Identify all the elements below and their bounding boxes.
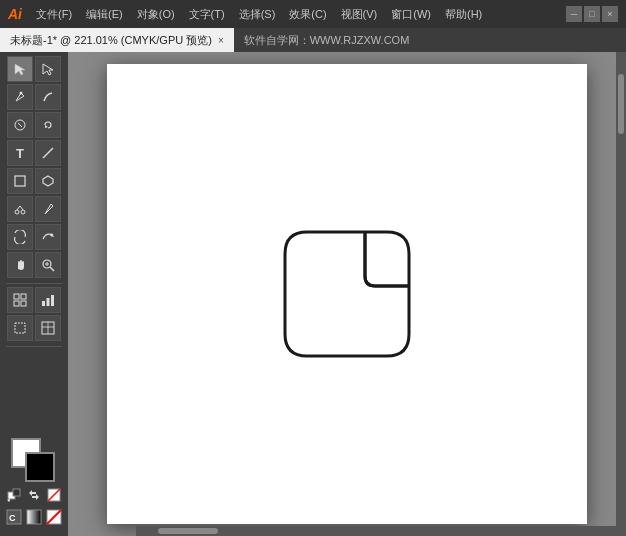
- symbol-tool[interactable]: [7, 287, 33, 313]
- close-button[interactable]: ×: [602, 6, 618, 22]
- svg-rect-25: [15, 323, 25, 333]
- line-tool[interactable]: [35, 140, 61, 166]
- stroke-swatch[interactable]: [25, 452, 55, 482]
- svg-marker-0: [15, 64, 25, 75]
- freeform-pen-tool[interactable]: [35, 84, 61, 110]
- tool-row-3: [7, 112, 61, 138]
- svg-line-11: [17, 206, 20, 210]
- tool-row-8: [7, 252, 61, 278]
- menu-text[interactable]: 文字(T): [183, 5, 231, 24]
- toolbar-separator-1: [6, 283, 62, 284]
- svg-line-6: [43, 148, 53, 158]
- active-tab-label: 未标题-1* @ 221.01% (CMYK/GPU 预览): [10, 33, 212, 48]
- swap-colors-button[interactable]: [25, 486, 43, 504]
- tool-row-6: [7, 196, 61, 222]
- zoom-tool[interactable]: [35, 252, 61, 278]
- svg-marker-8: [43, 176, 53, 186]
- horizontal-scrollbar[interactable]: [136, 526, 626, 536]
- type-tool[interactable]: T: [7, 140, 33, 166]
- rotate-tool[interactable]: [35, 112, 61, 138]
- color-swatches[interactable]: [11, 438, 57, 484]
- menu-effect[interactable]: 效果(C): [283, 5, 332, 24]
- menu-file[interactable]: 文件(F): [30, 5, 78, 24]
- none-button[interactable]: [45, 508, 63, 526]
- inactive-tab-label: 软件自学网：WWW.RJZXW.COM: [244, 33, 410, 48]
- svg-text:●: ●: [7, 497, 11, 502]
- tool-row-1: [7, 56, 61, 82]
- rectangle-tool[interactable]: [7, 168, 33, 194]
- svg-marker-13: [50, 233, 54, 237]
- svg-rect-30: [13, 489, 20, 496]
- app-logo: Ai: [8, 6, 22, 22]
- tool-row-9: [7, 287, 61, 313]
- svg-rect-18: [14, 294, 19, 299]
- hand-tool[interactable]: [7, 252, 33, 278]
- svg-line-12: [20, 206, 23, 210]
- svg-text:C: C: [9, 513, 16, 523]
- svg-point-9: [15, 210, 19, 214]
- title-bar: Ai 文件(F) 编辑(E) 对象(O) 文字(T) 选择(S) 效果(C) 视…: [0, 0, 626, 28]
- tab-bar: 未标题-1* @ 221.01% (CMYK/GPU 预览) × 软件自学网：W…: [0, 28, 626, 52]
- svg-rect-19: [21, 294, 26, 299]
- svg-rect-22: [42, 301, 45, 306]
- svg-marker-5: [45, 125, 48, 128]
- svg-rect-7: [15, 176, 25, 186]
- gradient-button[interactable]: [25, 508, 43, 526]
- active-tab[interactable]: 未标题-1* @ 221.01% (CMYK/GPU 预览) ×: [0, 28, 234, 52]
- main-area: T: [0, 52, 626, 536]
- chart-tool[interactable]: [35, 287, 61, 313]
- svg-point-2: [20, 92, 23, 95]
- pen-tool[interactable]: [7, 84, 33, 110]
- svg-line-15: [50, 267, 54, 271]
- canvas-area[interactable]: [68, 52, 626, 536]
- svg-rect-24: [51, 295, 54, 306]
- menu-select[interactable]: 选择(S): [233, 5, 282, 24]
- toolbar: T: [0, 52, 68, 536]
- inactive-tab[interactable]: 软件自学网：WWW.RJZXW.COM: [234, 28, 420, 52]
- tool-row-4: T: [7, 140, 61, 166]
- color-area: ● C: [1, 432, 67, 532]
- svg-rect-20: [14, 301, 19, 306]
- menu-object[interactable]: 对象(O): [131, 5, 181, 24]
- scissors-tool[interactable]: [7, 196, 33, 222]
- slice-tool[interactable]: [35, 315, 61, 341]
- tool-row-5: [7, 168, 61, 194]
- warp-tool[interactable]: [35, 224, 61, 250]
- svg-rect-21: [21, 301, 26, 306]
- polygon-tool[interactable]: [35, 168, 61, 194]
- default-colors-button[interactable]: ●: [5, 486, 23, 504]
- shape-container: [277, 224, 417, 364]
- menu-window[interactable]: 窗口(W): [385, 5, 437, 24]
- artboard-tool[interactable]: [7, 315, 33, 341]
- tool-row-10: [7, 315, 61, 341]
- color-icons-row: ●: [5, 486, 63, 504]
- menu-bar: 文件(F) 编辑(E) 对象(O) 文字(T) 选择(S) 效果(C) 视图(V…: [30, 5, 566, 24]
- reflect-tool[interactable]: [7, 224, 33, 250]
- vertical-scrollbar[interactable]: [616, 52, 626, 526]
- svg-point-10: [21, 210, 25, 214]
- svg-rect-36: [27, 510, 41, 524]
- eraser-tool[interactable]: [7, 112, 33, 138]
- direct-select-tool[interactable]: [35, 56, 61, 82]
- color-mode-button[interactable]: C: [5, 508, 23, 526]
- svg-line-4: [18, 123, 22, 127]
- tool-row-7: [7, 224, 61, 250]
- knife-tool[interactable]: [35, 196, 61, 222]
- maximize-button[interactable]: □: [584, 6, 600, 22]
- tool-row-2: [7, 84, 61, 110]
- svg-rect-23: [47, 298, 50, 306]
- select-tool[interactable]: [7, 56, 33, 82]
- tab-close-button[interactable]: ×: [218, 35, 224, 46]
- menu-view[interactable]: 视图(V): [335, 5, 384, 24]
- toolbar-separator-2: [6, 346, 62, 347]
- shape-svg: [277, 224, 417, 364]
- menu-edit[interactable]: 编辑(E): [80, 5, 129, 24]
- menu-help[interactable]: 帮助(H): [439, 5, 488, 24]
- minimize-button[interactable]: ─: [566, 6, 582, 22]
- svg-marker-1: [43, 64, 53, 75]
- window-controls: ─ □ ×: [566, 6, 618, 22]
- artboard: [107, 64, 587, 524]
- none-color-button[interactable]: [45, 486, 63, 504]
